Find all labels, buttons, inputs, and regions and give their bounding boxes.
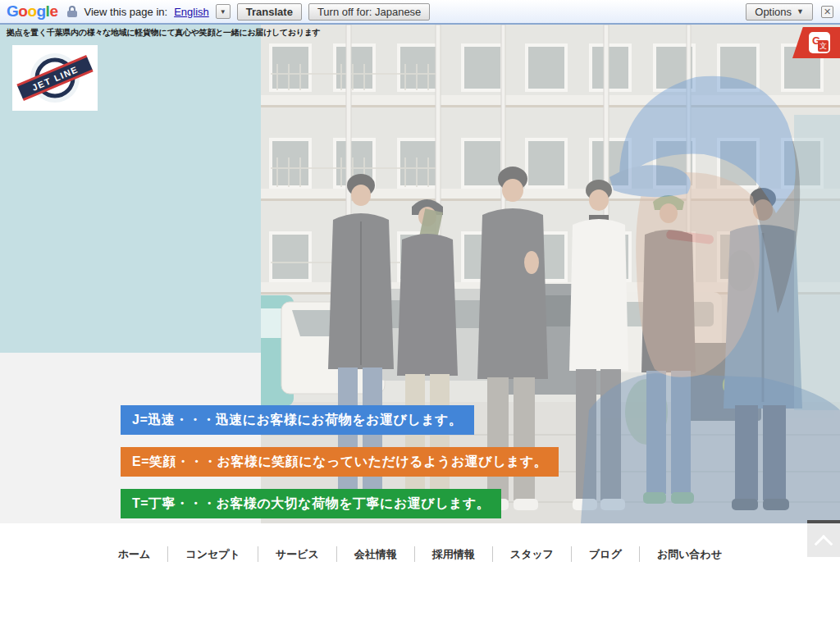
nav-item-company[interactable]: 会社情報 [336,546,414,562]
nav-item-service[interactable]: サービス [258,546,336,562]
google-logo: Google [7,2,57,21]
nav-item-staff[interactable]: スタッフ [492,546,571,562]
nav-item-contact[interactable]: お問い合わせ [639,546,739,562]
google-logo-letter: G [7,2,18,20]
turn-off-button[interactable]: Turn off for: Japanese [308,3,430,21]
lock-icon [67,6,77,17]
badge-translate-char: 文 [818,40,829,52]
options-button[interactable]: Options▼ [746,3,813,21]
chevron-down-icon: ▼ [797,7,804,16]
company-logo[interactable]: JET LINE [12,45,98,111]
footer: ホームコンセプトサービス会社情報採用情報スタッフブログお問い合わせ [0,523,840,630]
translate-button[interactable]: Translate [237,3,302,21]
scroll-top-button[interactable] [807,520,840,557]
slogan-banner-j: J=迅速・・・迅速にお客様にお荷物をお運びします。 [121,405,474,435]
nav-item-home[interactable]: ホーム [101,546,168,562]
google-translate-icon: G 文 [809,32,830,53]
chevron-down-icon: ▼ [220,8,226,16]
language-dropdown-button[interactable]: ▼ [216,4,231,19]
chevron-up-icon [815,534,833,553]
options-label: Options [755,6,792,18]
nav-item-concept[interactable]: コンセプト [167,546,258,562]
google-logo-letter: o [18,2,27,20]
view-page-label: View this page in: [84,6,167,18]
nav-item-recruit[interactable]: 採用情報 [414,546,492,562]
jet-line-logo-icon: JET LINE [12,45,98,111]
google-logo-letter: e [49,2,57,20]
page: Google View this page in: English ▼ Tran… [0,0,840,630]
site-tagline: 拠点を置く千葉県内の様々な地域に軽貨物にて真心や笑顔と一緒にお届けしております [7,27,321,39]
nav-item-blog[interactable]: ブログ [571,546,639,562]
google-logo-letter: o [27,2,36,20]
slogan-banner-t: T=丁寧・・・お客様の大切な荷物を丁寧にお運びします。 [121,489,501,518]
google-logo-letter: g [37,2,46,20]
language-link[interactable]: English [174,6,209,18]
slogan-banner-e: E=笑顔・・・お客様に笑顔になっていただけるようお運びします。 [121,447,559,477]
google-translate-bar: Google View this page in: English ▼ Tran… [0,0,840,25]
main-nav: ホームコンセプトサービス会社情報採用情報スタッフブログお問い合わせ [0,546,840,562]
close-translate-bar-button[interactable]: ✕ [821,6,833,18]
